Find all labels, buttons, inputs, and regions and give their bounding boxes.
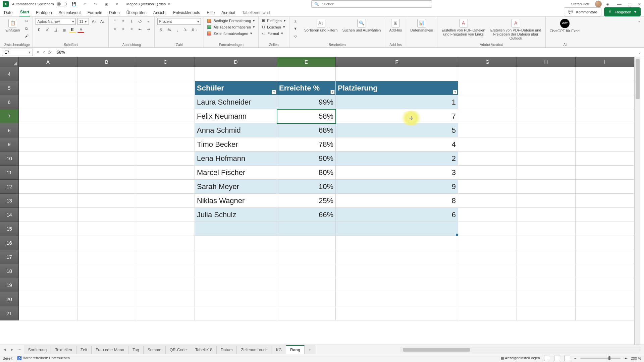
- underline-button[interactable]: U: [52, 27, 59, 33]
- select-all-corner[interactable]: [0, 57, 19, 67]
- cell-E10[interactable]: 90%: [277, 152, 336, 166]
- autosum-icon[interactable]: Σ: [292, 18, 299, 24]
- zoom-out-icon[interactable]: −: [574, 356, 576, 360]
- increase-font-icon[interactable]: A↑: [91, 18, 97, 24]
- cell-E17[interactable]: [277, 250, 336, 264]
- zoom-slider[interactable]: [580, 358, 621, 359]
- cell-G18[interactable]: [458, 264, 517, 278]
- cell-G11[interactable]: [458, 166, 517, 180]
- cell-A9[interactable]: [19, 137, 77, 152]
- cell-D17[interactable]: [195, 250, 277, 264]
- menu-tab-daten[interactable]: Daten: [108, 9, 120, 16]
- row-header-19[interactable]: 19: [0, 278, 19, 292]
- delete-cells-button[interactable]: ⊟Löschen▾: [261, 24, 286, 29]
- cell-B12[interactable]: [77, 180, 136, 194]
- cell-E11[interactable]: 80%: [277, 166, 336, 180]
- cell-A6[interactable]: [19, 95, 77, 109]
- cell-A17[interactable]: [19, 250, 77, 264]
- cell-A15[interactable]: [19, 222, 77, 236]
- fx-icon[interactable]: fx: [48, 50, 51, 55]
- fill-icon[interactable]: ▼: [292, 25, 299, 32]
- menu-tab-seitenlayout[interactable]: Seitenlayout: [58, 9, 82, 16]
- sheet-tab-sortierung[interactable]: Sortierung: [24, 346, 51, 354]
- cell-A4[interactable]: [19, 67, 77, 81]
- cell-H11[interactable]: [517, 166, 576, 180]
- cell-A5[interactable]: [19, 81, 77, 95]
- cell-I16[interactable]: [576, 236, 634, 250]
- row-header-20[interactable]: 20: [0, 292, 19, 306]
- filter-dropdown-icon[interactable]: ▾: [453, 90, 457, 94]
- cell-G6[interactable]: [458, 95, 517, 109]
- cell-I11[interactable]: [576, 166, 634, 180]
- accessibility-status[interactable]: ♿ Barrierefreiheit: Untersuchen: [17, 356, 70, 360]
- cell-F21[interactable]: [336, 306, 458, 320]
- format-as-table-button[interactable]: Als Tabelle formatieren▾: [207, 24, 256, 29]
- dec-decimal-icon[interactable]: .0→: [191, 27, 198, 33]
- cell-H7[interactable]: [517, 109, 576, 123]
- cell-B7[interactable]: [77, 109, 136, 123]
- cell-H9[interactable]: [517, 137, 576, 152]
- cell-D4[interactable]: [195, 67, 277, 81]
- zoom-level[interactable]: 200 %: [631, 356, 641, 360]
- vertical-scrollbar[interactable]: [634, 57, 640, 345]
- menu-tab-hilfe[interactable]: Hilfe: [206, 9, 215, 16]
- cell-H4[interactable]: [517, 67, 576, 81]
- column-header-B[interactable]: B: [77, 57, 136, 67]
- cell-I18[interactable]: [576, 264, 634, 278]
- cell-A10[interactable]: [19, 152, 77, 166]
- cell-I7[interactable]: [576, 109, 634, 123]
- font-size-combo[interactable]: 11▾: [77, 18, 89, 25]
- cell-A13[interactable]: [19, 194, 77, 208]
- format-cells-button[interactable]: ▭Format▾: [261, 31, 286, 36]
- cell-H18[interactable]: [517, 264, 576, 278]
- cell-C10[interactable]: [136, 152, 195, 166]
- sheet-tab-zeit[interactable]: Zeit: [76, 346, 92, 354]
- data-analysis-button[interactable]: 📊Datenanalyse: [409, 18, 434, 33]
- row-header-6[interactable]: 6: [0, 95, 19, 109]
- scrollbar-thumb[interactable]: [636, 59, 640, 99]
- sheet-tab-tag[interactable]: Tag: [128, 346, 143, 354]
- cut-icon[interactable]: ✂: [23, 18, 30, 24]
- menu-tab-ansicht[interactable]: Ansicht: [153, 9, 167, 16]
- cell-B19[interactable]: [77, 278, 136, 292]
- cell-G10[interactable]: [458, 152, 517, 166]
- cell-G13[interactable]: [458, 194, 517, 208]
- cell-A7[interactable]: [19, 109, 77, 123]
- cell-C9[interactable]: [136, 137, 195, 152]
- cell-D6[interactable]: Laura Schneider: [195, 95, 277, 109]
- cell-I9[interactable]: [576, 137, 634, 152]
- cell-G12[interactable]: [458, 180, 517, 194]
- cell-C5[interactable]: [136, 81, 195, 95]
- cell-D7[interactable]: Felix Neumann: [195, 109, 277, 123]
- row-header-8[interactable]: 8: [0, 123, 19, 137]
- cell-G8[interactable]: [458, 123, 517, 137]
- share-button[interactable]: ⇪Freigeben▾: [604, 7, 641, 16]
- sheet-tab-qr-code[interactable]: QR-Code: [166, 346, 191, 354]
- cell-A21[interactable]: [19, 306, 77, 320]
- user-avatar-icon[interactable]: [595, 1, 602, 7]
- cells-grid[interactable]: Schüler▾Erreichte %▾Platzierung▾Laura Sc…: [19, 67, 634, 345]
- user-name[interactable]: Stefan Petri: [571, 2, 590, 6]
- cell-G9[interactable]: [458, 137, 517, 152]
- cell-A16[interactable]: [19, 236, 77, 250]
- cell-C7[interactable]: [136, 109, 195, 123]
- menu-tab-überprüfen[interactable]: Überprüfen: [126, 9, 147, 16]
- sheet-tab-tabelle18[interactable]: Tabelle18: [191, 346, 217, 354]
- cell-E12[interactable]: 10%: [277, 180, 336, 194]
- cell-I21[interactable]: [576, 306, 634, 320]
- cell-F20[interactable]: [336, 292, 458, 306]
- cell-A12[interactable]: [19, 180, 77, 194]
- row-header-18[interactable]: 18: [0, 264, 19, 278]
- horizontal-scrollbar[interactable]: [400, 347, 641, 352]
- cell-F14[interactable]: 6: [336, 208, 458, 222]
- row-header-17[interactable]: 17: [0, 250, 19, 264]
- cell-E21[interactable]: [277, 306, 336, 320]
- cell-E18[interactable]: [277, 264, 336, 278]
- cell-C16[interactable]: [136, 236, 195, 250]
- row-header-13[interactable]: 13: [0, 194, 19, 208]
- tab-nav-prev-icon[interactable]: ◄: [3, 347, 7, 352]
- font-color-icon[interactable]: A: [77, 27, 84, 33]
- menu-tab-entwicklertools[interactable]: Entwicklertools: [172, 9, 201, 16]
- cell-B9[interactable]: [77, 137, 136, 152]
- cell-B15[interactable]: [77, 222, 136, 236]
